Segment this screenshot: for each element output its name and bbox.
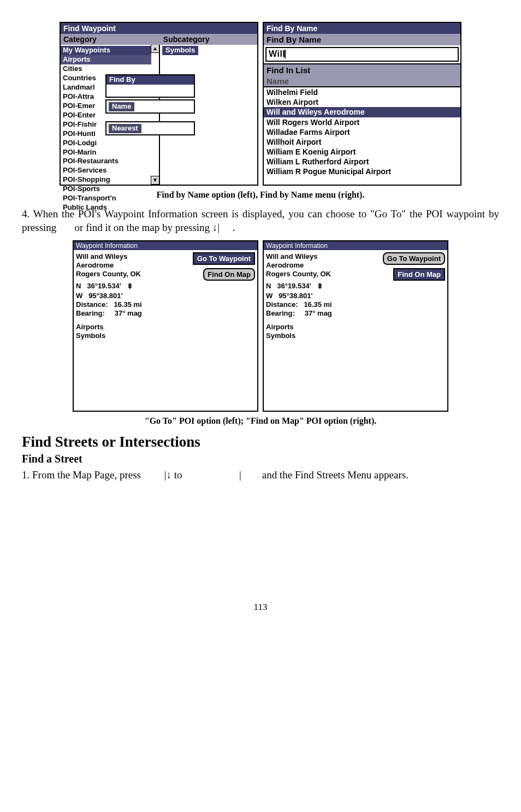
subcategory-header: Subcategory (161, 34, 257, 45)
name-chip[interactable]: Name (109, 102, 134, 111)
text-cursor (285, 50, 286, 58)
waypoint-details: Will and Wileys Aerodrome Rogers County,… (76, 252, 186, 341)
figure-2-caption: "Go To" POI option (left); "Find on Map"… (22, 416, 499, 426)
list-item[interactable]: POI-Marin (61, 148, 159, 157)
waypoint-cat-2: Symbols (76, 331, 186, 340)
find-on-map-button[interactable]: Find On Map (393, 268, 445, 281)
list-item[interactable]: POI-Lodgi (61, 139, 159, 148)
name-popup: Name (105, 99, 195, 114)
pin-icon: ⇞ (127, 282, 133, 292)
waypoint-info-title: Waypoint Information (74, 241, 257, 250)
list-item[interactable]: Airports (61, 55, 151, 64)
list-item[interactable]: William E Koenig Airport (264, 147, 460, 157)
name-column-header: Name (264, 76, 460, 87)
waypoint-county: Rogers County, OK (76, 270, 186, 278)
list-item[interactable]: POI-Restaurants (61, 157, 159, 166)
list-item[interactable]: Willadae Farms Airport (264, 127, 460, 137)
distance-value: 16.35 mi (304, 300, 331, 309)
lat-value: 36°19.534' (277, 282, 311, 290)
bearing-value: 37° mag (115, 309, 142, 317)
distance-label: Distance: (266, 300, 298, 309)
bearing-value: 37° mag (305, 309, 332, 317)
find-by-name-input[interactable]: Will (265, 47, 459, 61)
list-item[interactable]: POI-Sports (61, 185, 159, 194)
figure-1: Find Waypoint Category Subcategory ▲ My … (22, 22, 499, 186)
find-waypoint-panel: Find Waypoint Category Subcategory ▲ My … (60, 22, 258, 186)
nearest-chip[interactable]: Nearest (109, 124, 141, 133)
lat-label: N (266, 282, 271, 290)
page-number: 113 (22, 602, 499, 613)
lon-label: W (266, 292, 273, 300)
find-in-list-label: Find In List (264, 63, 460, 76)
lon-value: 95°38.801' (279, 292, 313, 300)
waypoint-info-panel-right: Waypoint Information Will and Wileys Aer… (263, 240, 448, 412)
symbols-label[interactable]: Symbols (162, 46, 198, 55)
list-item[interactable]: Wilhelmi Field (264, 87, 460, 97)
find-on-map-button[interactable]: Find On Map (203, 268, 255, 281)
column-headers: Category Subcategory (61, 34, 257, 45)
find-by-name-title: Find By Name (264, 23, 460, 34)
lon-label: W (76, 292, 82, 300)
list-item[interactable]: Will Rogers World Airport (264, 117, 460, 127)
scroll-up-icon[interactable]: ▲ (151, 45, 159, 53)
category-list[interactable]: ▲ My Waypoints Airports Cities Countries… (61, 45, 160, 185)
scroll-down-icon[interactable]: ▼ (151, 176, 159, 185)
find-by-title: Find By (106, 75, 194, 85)
distance-label: Distance: (76, 300, 108, 309)
find-waypoint-title: Find Waypoint (61, 23, 257, 34)
waypoint-info-title: Waypoint Information (264, 241, 447, 250)
waypoint-sub: Aerodrome (266, 261, 376, 270)
go-to-waypoint-button[interactable]: Go To Waypoint (193, 252, 255, 265)
section-heading: Find Streets or Intersections (22, 434, 499, 451)
pin-icon: ⇞ (317, 282, 323, 292)
list-item[interactable]: POI-Transport'n (61, 194, 159, 203)
waypoint-info-panel-left: Waypoint Information Will and Wileys Aer… (73, 240, 258, 412)
distance-value: 16.35 mi (114, 300, 141, 309)
subsection-heading: Find a Street (22, 453, 499, 465)
waypoint-details: Will and Wileys Aerodrome Rogers County,… (266, 252, 376, 341)
list-item[interactable]: Cities (61, 64, 159, 74)
waypoint-cat-1: Airports (266, 323, 376, 331)
figure-2: Waypoint Information Will and Wileys Aer… (22, 240, 499, 412)
bearing-label: Bearing: (76, 309, 105, 317)
find-by-popup: Find By (105, 74, 195, 98)
list-item[interactable]: My Waypoints (61, 46, 151, 55)
category-header: Category (61, 34, 161, 45)
lon-value: 95°38.801' (88, 292, 123, 300)
waypoint-cat-2: Symbols (266, 331, 376, 340)
bearing-label: Bearing: (266, 309, 295, 317)
list-item[interactable]: Public Lands (61, 203, 159, 212)
lat-label: N (76, 282, 81, 290)
waypoint-cat-1: Airports (76, 323, 186, 331)
list-item[interactable]: Will and Wileys Aerodrome (264, 107, 460, 117)
find-by-name-label: Find By Name (264, 34, 460, 45)
lat-value: 36°19.534' (87, 282, 121, 290)
result-list[interactable]: Wilhelmi Field Wilken Airport Will and W… (264, 87, 460, 176)
list-item[interactable]: Willhoit Airport (264, 137, 460, 147)
nearest-popup: Nearest (105, 121, 195, 135)
list-item[interactable]: Wilken Airport (264, 97, 460, 107)
waypoint-name: Will and Wileys (76, 252, 186, 261)
waypoint-county: Rogers County, OK (266, 270, 376, 278)
list-item[interactable]: William L Rutherford Airport (264, 157, 460, 167)
paragraph-1: 1. From the Map Page, press |↓ to | and … (22, 469, 499, 482)
go-to-waypoint-button[interactable]: Go To Waypoint (383, 252, 445, 265)
list-item[interactable]: POI-Services (61, 166, 159, 175)
waypoint-name: Will and Wileys (266, 252, 376, 261)
list-item[interactable]: POI-Shopping (61, 175, 159, 185)
list-item[interactable]: William R Pogue Municipal Airport (264, 167, 460, 176)
waypoint-sub: Aerodrome (76, 261, 186, 270)
find-by-name-panel: Find By Name Find By Name Will Find In L… (263, 22, 461, 186)
